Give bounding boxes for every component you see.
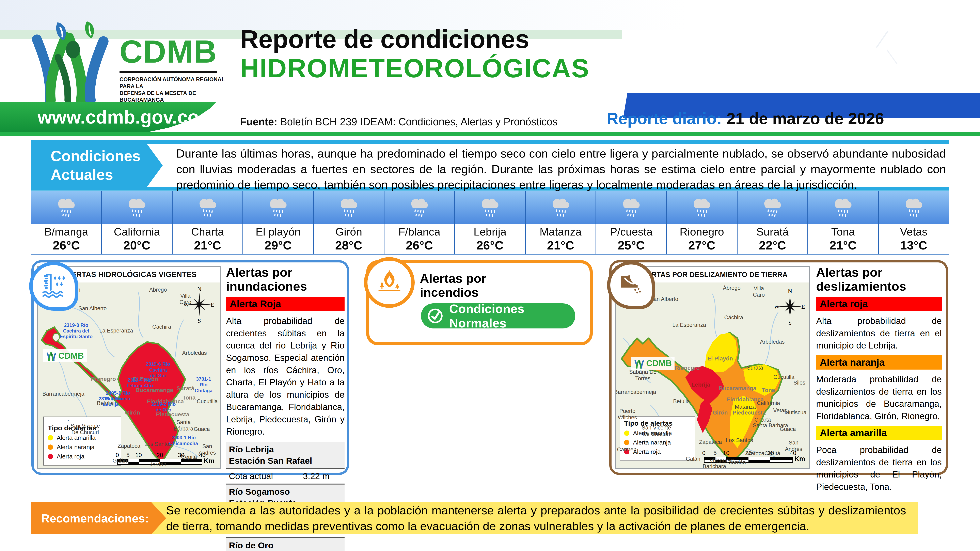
legend-item: Alerta naranja <box>48 444 117 451</box>
logo-tagline-2: DEFENSA DE LA MESETA DE BUCARAMANGA <box>119 90 227 104</box>
landslide-alert-level: Alerta roja <box>816 297 942 311</box>
station-name: F/blanca <box>398 225 441 238</box>
station-name: Vetas <box>900 225 928 238</box>
cdmb-logo-icon <box>26 18 115 103</box>
weather-station: Matanza21°C <box>526 191 597 254</box>
map-place-label: San Alberto <box>78 305 107 312</box>
weather-station: Girón28°C <box>314 191 385 254</box>
svg-text:S: S <box>788 319 792 326</box>
map-place-label: La Esperanza <box>672 322 706 329</box>
map-place-label: Jordán <box>150 462 167 468</box>
conditions-label-line1: Condiciones <box>51 147 163 166</box>
rain-cloud-icon <box>526 191 595 224</box>
map-place-label: El Carmen <box>616 446 636 453</box>
legend-color-dot <box>48 445 53 450</box>
check-circle-icon <box>425 306 445 326</box>
svg-text:E: E <box>211 301 214 308</box>
map-place-label: Barrancabermeja <box>42 391 84 397</box>
scale-tick-label: 20 <box>157 452 163 459</box>
station-temperature: 26°C <box>476 238 504 252</box>
map-place-label: Cucutilla <box>773 374 794 381</box>
map-place-label: Cáchira <box>724 314 743 321</box>
flood-heading: Alertas por inundaciones <box>226 265 345 294</box>
fire-heading: Alertas por incendios <box>420 272 486 300</box>
weather-strip: B/manga26°CCalifornia20°CCharta21°CEl pl… <box>32 191 948 254</box>
map-place-label: Lebrija <box>692 381 710 388</box>
svg-text:N: N <box>788 288 792 294</box>
map-place-label: Galán <box>113 458 127 464</box>
lightning-icon <box>861 0 913 93</box>
header-rule <box>0 132 980 136</box>
rain-cloud-icon <box>667 191 737 224</box>
map-place-label: La Esperanza <box>99 328 133 334</box>
weather-station: Suratá22°C <box>738 191 808 254</box>
station-name: Charta <box>191 225 224 238</box>
legend-label: Alerta naranja <box>633 439 671 446</box>
logo-acronym: CDMB <box>119 35 227 67</box>
map-place-label: Tona <box>762 387 775 394</box>
landslide-alert-text: Alta probabilidad de deslizamientos de t… <box>816 315 942 352</box>
report-date-line: Reporte diario: 21 de marzo de 2026 <box>607 110 884 128</box>
map-place-label: Silos <box>794 380 805 386</box>
station-temperature: 22°C <box>759 238 786 252</box>
map-place-label: Rionegro <box>675 365 700 372</box>
station-name: Tona <box>831 225 855 238</box>
page-title-line1: Reporte de condiciones <box>240 26 589 52</box>
legend-color-dot <box>624 440 629 445</box>
landslide-alert-details: Alertas por deslizamientos Alerta rojaAl… <box>816 265 942 493</box>
water-level-icon <box>29 262 78 311</box>
weather-station: El playón29°C <box>243 191 314 254</box>
current-conditions-section: Condiciones Actuales Durante las últimas… <box>32 140 948 191</box>
map-place-label: Tona <box>183 394 196 401</box>
flood-alert-level: Alerta Roja <box>226 297 345 311</box>
basin-label: 2319-6 Río Cachira del Sur <box>146 361 170 378</box>
river-station-header: Río LebrijaEstación San Rafael <box>226 442 345 469</box>
rain-cloud-icon <box>32 191 101 224</box>
map-place-label: Cáchira <box>152 324 171 330</box>
alert-type-legend: Tipo de alertas Alerta amarillaAlerta na… <box>620 416 695 461</box>
map-place-label: Villa Caro <box>180 293 191 306</box>
rain-cloud-icon <box>597 191 666 224</box>
map-place-label: Ábrego <box>149 287 167 293</box>
website-url[interactable]: www.cdmb.gov.co <box>38 106 199 128</box>
rain-cloud-icon <box>314 191 383 224</box>
map-place-label: Villa Caro <box>753 285 765 298</box>
map-place-label: Cepitá <box>181 454 197 460</box>
station-name: Girón <box>336 225 362 238</box>
map-place-label: Rionegro <box>91 376 116 383</box>
map-place-label: Suratá <box>747 365 763 371</box>
weather-station: Charta21°C <box>173 191 243 254</box>
map-watermark-logo: CDMB <box>631 357 675 370</box>
map-place-label: Cepitá <box>764 450 780 457</box>
river-name: Río Sogamoso <box>229 486 342 497</box>
weather-station: B/manga26°C <box>32 191 102 254</box>
station-name: P/cuesta <box>610 225 652 238</box>
legend-color-dot <box>48 454 53 459</box>
station-temperature: 29°C <box>264 238 292 252</box>
map-place-label: Cucutilla <box>197 398 218 405</box>
station-temperature: 13°C <box>900 238 928 252</box>
source-text: Boletín BCH 239 IDEAM: Condiciones, Aler… <box>277 116 557 127</box>
river-name: Río Lebrija <box>229 444 342 455</box>
station-name: Suratá <box>756 225 789 238</box>
map-place-label: Guaca <box>194 426 210 432</box>
conditions-text: Durante las últimas horas, aunque ha pre… <box>176 146 946 192</box>
map-place-label: Zapatoca <box>699 439 722 446</box>
station-level-row: Cota actual3.22 m <box>226 469 345 484</box>
conditions-label: Condiciones Actuales <box>32 140 163 191</box>
report-date-label: Reporte diario: <box>607 110 726 127</box>
map-place-label: Arboledas <box>760 339 785 345</box>
rain-cloud-icon <box>102 191 172 224</box>
recommendations-body: Se recomienda a las autoridades y a la p… <box>130 502 918 534</box>
station-temperature: 26°C <box>52 238 80 252</box>
map-place-label: San Andrés <box>199 443 216 456</box>
map-place-label: San Andrés <box>785 440 802 453</box>
map-place-label: Aratoca <box>745 450 764 457</box>
map-place-label: Los Santos <box>726 437 753 444</box>
station-temperature: 26°C <box>406 238 433 252</box>
logo-tagline-1: CORPORACIÓN AUTÓNOMA REGIONAL PARA LA <box>119 76 227 90</box>
map-place-label: Puerto Wilches <box>618 408 637 421</box>
weather-station: California20°C <box>102 191 173 254</box>
landslide-panel: ALERTAS POR DESLIZAMIENTO DE TIERRA <box>609 260 948 475</box>
map-watermark-logo: CDMB <box>43 349 87 362</box>
